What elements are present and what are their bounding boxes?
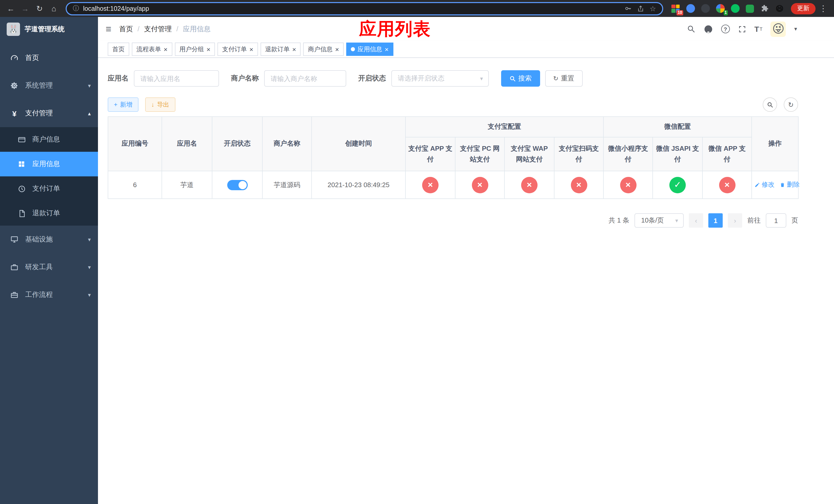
table-toolbar: + 新增 ↓ 导出 ↻ — [108, 97, 798, 112]
group-header-alipay: 支付宝配置 — [405, 117, 603, 137]
sidebar-item-app-info[interactable]: 应用信息 — [0, 152, 98, 176]
share-icon[interactable] — [637, 5, 644, 12]
tab-merchant-info[interactable]: 商户信息× — [303, 43, 344, 56]
back-icon[interactable]: ← — [4, 2, 18, 15]
sidebar-collapse-icon[interactable]: ≡ — [98, 23, 119, 35]
tab-label: 流程表单 — [136, 45, 161, 53]
wechat-app-status-icon: × — [719, 177, 735, 193]
page-1-button[interactable]: 1 — [708, 213, 723, 228]
page-size-select[interactable]: 10条/页 ▾ — [635, 213, 684, 228]
close-icon[interactable]: × — [163, 46, 168, 52]
reload-icon[interactable]: ↻ — [33, 2, 46, 15]
edit-button[interactable]: 修改 — [754, 181, 774, 189]
sidebar-item-label: 系统管理 — [25, 81, 53, 90]
app-name-input[interactable] — [134, 70, 219, 87]
refresh-table-button[interactable]: ↻ — [784, 97, 798, 112]
wechat-lite-status-icon: × — [620, 177, 636, 193]
extension-green-circle-icon[interactable] — [730, 3, 740, 14]
sidebar-item-pay-order[interactable]: 支付订单 — [0, 176, 98, 201]
logo-avatar: 🐰 — [7, 22, 20, 36]
next-page-button[interactable]: › — [728, 213, 742, 228]
sidebar-item-label: 支付管理 — [25, 109, 53, 118]
tab-process-form[interactable]: 流程表单× — [132, 43, 172, 56]
yen-icon: ¥ — [10, 109, 19, 118]
close-icon[interactable]: × — [249, 46, 253, 52]
chevron-down-icon: ▾ — [88, 82, 91, 89]
delete-button[interactable]: 删除 — [780, 181, 799, 189]
sidebar-item-refund-order[interactable]: 退款订单 — [0, 201, 98, 226]
close-icon[interactable]: × — [292, 46, 296, 52]
page-size-value: 10条/页 — [641, 216, 664, 225]
tab-refund-order[interactable]: 退款订单× — [261, 43, 301, 56]
prev-page-button[interactable]: ‹ — [689, 213, 703, 228]
breadcrumb-home[interactable]: 首页 — [119, 24, 133, 33]
extension-colorful-icon[interactable]: 10 — [671, 3, 681, 14]
search-button[interactable]: 搜索 — [501, 70, 540, 87]
sidebar-item-system[interactable]: 系统管理 ▾ — [0, 72, 98, 99]
toggle-search-button[interactable] — [763, 97, 777, 112]
sidebar-item-workflow[interactable]: 工作流程 ▾ — [0, 281, 98, 308]
col-header-created: 创建时间 — [312, 117, 405, 171]
sidebar-item-label: 工作流程 — [25, 290, 53, 299]
col-header-actions: 操作 — [752, 117, 798, 171]
chrome-update-button[interactable]: 更新 — [791, 3, 815, 14]
tab-app-info[interactable]: 应用信息× — [346, 43, 393, 56]
group-header-wechat: 微信配置 — [603, 117, 752, 137]
sidebar-item-dev-tools[interactable]: 研发工具 ▾ — [0, 253, 98, 281]
extension-green-square-icon[interactable] — [745, 3, 755, 14]
github-icon[interactable] — [704, 24, 713, 33]
chrome-menu-icon[interactable]: ⋮ — [816, 2, 830, 15]
address-bar[interactable]: ⓘ localhost:1024/pay/app ☆ — [66, 2, 663, 15]
tab-pay-order[interactable]: 支付订单× — [218, 43, 258, 56]
extension-blue-icon[interactable] — [685, 3, 696, 14]
export-button-label: 导出 — [157, 100, 169, 109]
screen: ← → ↻ ⌂ ⓘ localhost:1024/pay/app ☆ 10 — [0, 0, 834, 504]
chevron-up-icon: ▴ — [88, 110, 91, 117]
briefcase-icon — [10, 291, 19, 299]
extension-wheel-icon[interactable]: 1 — [715, 3, 725, 14]
col-header-merchant: 商户名称 — [262, 117, 312, 171]
export-button[interactable]: ↓ 导出 — [145, 97, 175, 112]
breadcrumb-payment[interactable]: 支付管理 — [144, 24, 172, 33]
col-header-alipay-app: 支付宝 APP 支付 — [405, 137, 455, 171]
chevron-down-icon: ▾ — [88, 264, 91, 271]
help-icon[interactable]: ? — [721, 25, 730, 33]
sidebar-item-infrastructure[interactable]: 基础设施 ▾ — [0, 226, 98, 253]
extension-badge: 10 — [677, 10, 683, 15]
merchant-name-input[interactable] — [264, 70, 346, 87]
sidebar-item-label: 退款订单 — [32, 209, 60, 218]
breadcrumb-separator: / — [176, 25, 178, 33]
sidebar-item-payment[interactable]: ¥ 支付管理 ▴ — [0, 99, 98, 127]
password-key-icon[interactable] — [624, 5, 632, 12]
site-info-icon[interactable]: ⓘ — [73, 4, 79, 13]
home-icon[interactable]: ⌂ — [47, 2, 61, 15]
extensions-puzzle-icon[interactable] — [760, 3, 770, 14]
sidebar-item-home[interactable]: 首页 — [0, 44, 98, 72]
header-actions: ? TT 😜 ▾ — [687, 21, 834, 37]
fullscreen-icon[interactable] — [738, 25, 746, 33]
sidebar-item-merchant-info[interactable]: 商户信息 — [0, 127, 98, 152]
tab-home[interactable]: 首页 — [108, 43, 129, 56]
status-toggle[interactable] — [227, 180, 247, 190]
close-icon[interactable]: × — [385, 46, 389, 52]
search-icon[interactable] — [687, 25, 696, 33]
bookmark-star-icon[interactable]: ☆ — [650, 4, 656, 13]
reset-button[interactable]: ↻ 重置 — [545, 70, 583, 87]
goto-label: 前往 — [747, 216, 761, 225]
tab-user-group[interactable]: 用户分组× — [175, 43, 215, 56]
add-button[interactable]: + 新增 — [108, 97, 138, 112]
forward-icon[interactable]: → — [19, 2, 32, 15]
breadcrumb-separator: / — [137, 25, 139, 33]
browser-profile-avatar[interactable]: 😄 — [774, 3, 785, 14]
font-size-icon[interactable]: TT — [754, 25, 763, 33]
browser-toolbar: ← → ↻ ⌂ ⓘ localhost:1024/pay/app ☆ 10 — [0, 0, 834, 17]
extension-dark-icon[interactable] — [700, 3, 710, 14]
tab-label: 应用信息 — [357, 45, 382, 53]
status-select[interactable]: 请选择开启状态 ▾ — [391, 70, 488, 87]
caret-down-icon[interactable]: ▾ — [794, 26, 797, 32]
close-icon[interactable]: × — [206, 46, 210, 52]
user-avatar[interactable]: 😜 — [771, 21, 786, 37]
close-icon[interactable]: × — [335, 46, 339, 52]
extension-badge: 1 — [723, 10, 728, 15]
goto-page-input[interactable] — [766, 213, 786, 228]
